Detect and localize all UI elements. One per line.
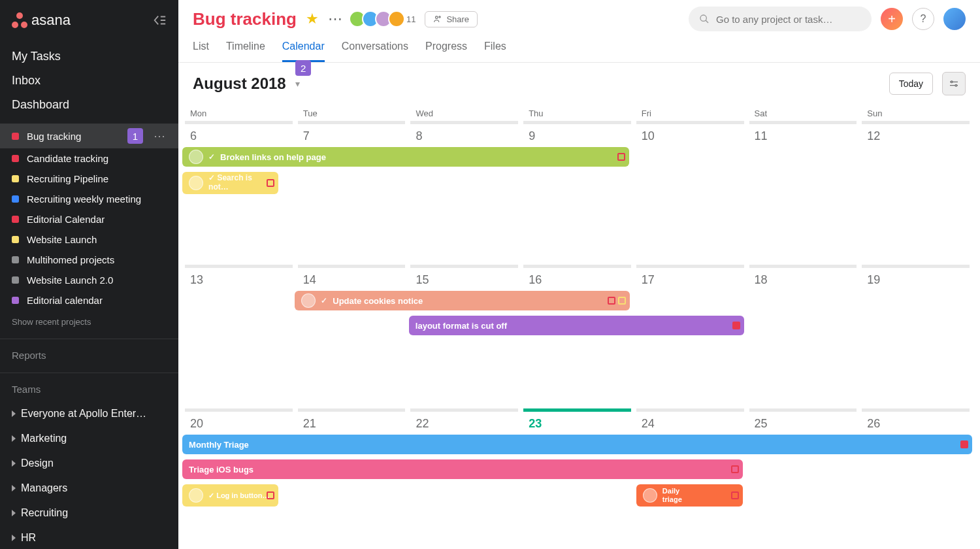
- task-daily-triage[interactable]: Daily triage: [636, 484, 743, 507]
- people-icon: [433, 14, 442, 24]
- tab-files[interactable]: Files: [484, 41, 506, 62]
- project-item[interactable]: Editorial Calendar: [0, 209, 178, 229]
- task-triage-ios[interactable]: Triage iOS bugs: [182, 459, 743, 479]
- svg-point-1: [439, 16, 440, 18]
- project-color-dot: [12, 175, 19, 182]
- caret-right-icon: [12, 535, 16, 541]
- day-cell[interactable]: 11: [747, 121, 860, 265]
- day-number: 11: [747, 128, 860, 148]
- day-cell[interactable]: 25: [747, 408, 860, 539]
- nav-my-tasks[interactable]: My Tasks: [0, 44, 178, 69]
- month-title: August 2018: [193, 75, 286, 93]
- project-name: Multihomed projects: [27, 254, 167, 265]
- project-item[interactable]: Website Launch: [0, 229, 178, 250]
- day-cell[interactable]: 9: [521, 121, 634, 265]
- brand-name: asana: [31, 12, 71, 29]
- project-item[interactable]: Multihomed projects: [0, 250, 178, 270]
- project-color-dot: [12, 195, 19, 203]
- team-label: Marketing: [21, 433, 67, 444]
- project-title[interactable]: Bug tracking: [193, 9, 297, 29]
- team-item[interactable]: Managers: [0, 476, 178, 501]
- task-search-not[interactable]: ✓ Search is not…: [182, 172, 278, 194]
- day-number: 25: [747, 416, 860, 436]
- tag-square-icon: [960, 441, 968, 448]
- nav-inbox[interactable]: Inbox: [0, 69, 178, 93]
- day-cell[interactable]: 13: [182, 265, 295, 408]
- project-item[interactable]: Website Launch 2.0: [0, 270, 178, 290]
- logo[interactable]: asana: [12, 12, 71, 29]
- member-avatars[interactable]: 11: [353, 10, 416, 27]
- assignee-avatar: [189, 488, 203, 503]
- tag-square-icon: [617, 153, 625, 161]
- share-button[interactable]: Share: [425, 11, 478, 27]
- show-recent-projects-link[interactable]: Show recent projects: [0, 310, 178, 333]
- day-number: 26: [859, 416, 972, 436]
- search-box[interactable]: [689, 7, 872, 31]
- task-title: Update cookies notice: [333, 296, 423, 306]
- project-name: Candidate tracking: [27, 153, 167, 164]
- week-row: 6 7 8 9 10 11 12 ✓ Broken links on help …: [178, 121, 976, 265]
- day-cell[interactable]: 26: [859, 408, 972, 539]
- tab-list[interactable]: List: [193, 41, 209, 62]
- team-item[interactable]: Everyone at Apollo Enter…: [0, 401, 178, 426]
- reports-header[interactable]: Reports: [0, 339, 178, 367]
- project-item[interactable]: Recruiting Pipeline: [0, 169, 178, 189]
- sidebar-collapse-icon[interactable]: [152, 13, 167, 27]
- help-button[interactable]: ?: [912, 8, 934, 30]
- team-label: HR: [21, 532, 36, 544]
- day-cell[interactable]: 10: [634, 121, 747, 265]
- sidebar-header: asana: [0, 0, 178, 44]
- search-input[interactable]: [716, 14, 861, 25]
- task-title: Daily triage: [662, 487, 682, 503]
- quick-add-button[interactable]: +: [881, 8, 903, 30]
- task-layout-cutoff[interactable]: layout format is cut off: [409, 316, 744, 335]
- month-dropdown-icon[interactable]: ▾: [295, 78, 300, 89]
- project-item[interactable]: Recruiting weekly meeting: [0, 189, 178, 209]
- task-monthly-triage[interactable]: Monthly Triage: [182, 435, 972, 454]
- task-title: ✓ Log in button…: [208, 491, 269, 500]
- week-row: 20 21 22 23 24 25 26 Monthly Triage Tria…: [178, 408, 976, 539]
- project-name: Editorial calendar: [27, 295, 167, 306]
- day-cell[interactable]: 8: [408, 121, 521, 265]
- caret-right-icon: [12, 510, 16, 516]
- star-icon[interactable]: ★: [306, 10, 319, 27]
- day-cell[interactable]: 17: [634, 265, 747, 408]
- task-cookies[interactable]: ✓ Update cookies notice: [295, 291, 630, 310]
- project-item[interactable]: Candidate tracking: [0, 148, 178, 169]
- team-label: Recruiting: [21, 507, 68, 519]
- weekday-row: Mon Tue Wed Thu Fri Sat Sun: [178, 105, 976, 121]
- day-number: 7: [295, 128, 408, 148]
- tab-timeline[interactable]: Timeline: [226, 41, 265, 62]
- caret-right-icon: [12, 435, 16, 442]
- day-cell[interactable]: 16: [521, 265, 634, 408]
- today-button[interactable]: Today: [889, 73, 933, 95]
- project-tabs: List Timeline Calendar 2 Conversations P…: [178, 31, 980, 63]
- task-broken-links[interactable]: ✓ Broken links on help page: [182, 147, 629, 167]
- project-item[interactable]: Editorial calendar: [0, 290, 178, 310]
- day-cell[interactable]: 14: [295, 265, 408, 408]
- project-name: Bug tracking: [27, 131, 120, 142]
- user-avatar[interactable]: [943, 8, 966, 30]
- day-number: 23: [521, 416, 634, 436]
- project-name: Website Launch 2.0: [27, 274, 167, 286]
- day-cell[interactable]: 18: [747, 265, 860, 408]
- day-cell[interactable]: 15: [408, 265, 521, 408]
- task-login-button[interactable]: ✓ Log in button…: [182, 484, 278, 507]
- team-item[interactable]: HR: [0, 525, 178, 549]
- weekday-label: Thu: [521, 105, 634, 121]
- day-cell[interactable]: 19: [859, 265, 972, 408]
- team-item[interactable]: Recruiting: [0, 501, 178, 525]
- project-more-icon[interactable]: ⋯: [328, 10, 344, 27]
- project-more-icon[interactable]: ⋯: [154, 129, 167, 143]
- tab-progress[interactable]: Progress: [425, 41, 467, 62]
- nav-dashboard[interactable]: Dashboard: [0, 93, 178, 117]
- tab-conversations[interactable]: Conversations: [342, 41, 408, 62]
- team-item[interactable]: Design: [0, 451, 178, 476]
- project-item-bug-tracking[interactable]: Bug tracking 1 ⋯: [0, 124, 178, 148]
- calendar-settings-button[interactable]: [942, 72, 966, 95]
- sliders-icon: [949, 78, 959, 89]
- tab-calendar[interactable]: Calendar 2: [282, 41, 325, 62]
- day-cell[interactable]: 12: [859, 121, 972, 265]
- day-cell[interactable]: 7: [295, 121, 408, 265]
- team-item[interactable]: Marketing: [0, 426, 178, 451]
